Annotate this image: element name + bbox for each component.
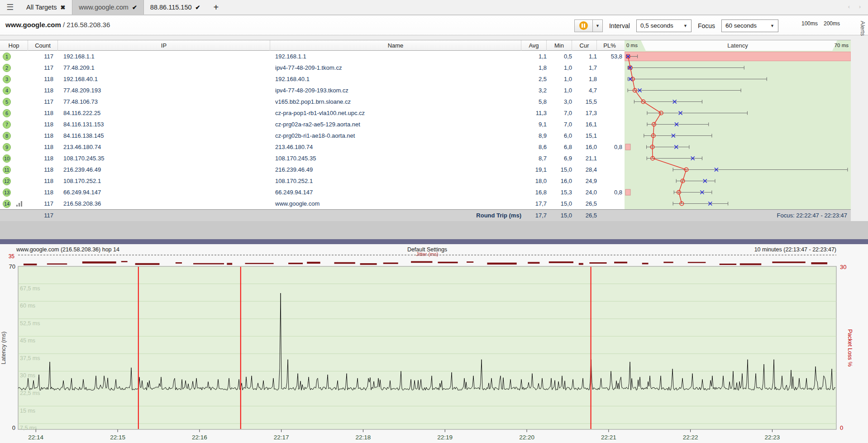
cell-ip: 84.116.131.153 [63,119,104,130]
column-header-avg[interactable]: Avg [521,40,547,51]
svg-text:22,5 ms: 22,5 ms [20,390,40,396]
svg-text:22:15: 22:15 [110,434,125,441]
cell-name: cz-prg02b-ri1-ae18-0.aorta.net [275,130,355,141]
timeline-graph[interactable]: www.google.com (216.58.208.36) hop 14Def… [0,244,868,443]
column-header-hop[interactable]: Hop [0,40,28,51]
tab-www-google-com[interactable]: www.google.com ✔ [72,0,144,14]
chevron-down-icon: ▼ [770,24,774,28]
cell-name: 213.46.180.74 [275,141,313,153]
cell-ip: 108.170.252.1 [63,175,101,187]
interval-select[interactable]: 0,5 seconds▼ [636,19,692,32]
cell-hop: 11 [0,164,28,175]
pane-splitter-handle[interactable] [0,239,868,244]
tab-88-86-115-150[interactable]: 88.86.115.150 ✔ [144,0,207,14]
svg-text:7,5 ms: 7,5 ms [20,425,37,431]
svg-text:10 minutes (22:13:47 - 22:23:4: 10 minutes (22:13:47 - 22:23:47) [754,246,836,253]
scale-red-segment [833,27,853,31]
pingplotter-window: { "tabs": { "items": [ { "label": "All T… [0,0,868,443]
cell-name: v165.bb2.pop1.brn.sloane.cz [275,96,351,107]
cell-hop: 6 [0,107,28,119]
column-header-name[interactable]: Name [270,40,521,51]
table-row[interactable]: 3118192.168.40.1192.168.40.12,51,01,8 [0,73,625,85]
cell-packet-loss: 53,8 [597,51,622,62]
svg-text:22:17: 22:17 [274,434,289,441]
cell-min: 7,0 [547,119,572,130]
cell-ip: 84.116.138.145 [63,130,104,141]
table-row[interactable]: 14117216.58.208.36www.google.com17,715,0… [0,198,625,209]
cell-avg: 1,8 [521,62,547,73]
footer-avg: 17,7 [521,210,547,221]
pause-dropdown-button[interactable]: ▼ [592,19,603,32]
tab-label: All Targets [26,4,57,11]
cell-cur: 17,3 [572,107,597,119]
hop-number-badge: 4 [3,87,11,95]
column-header-latency[interactable]: 0 ms Latency 70 ms [625,40,851,51]
cell-ip: 77.48.209.1 [63,62,95,73]
table-row[interactable]: 211777.48.209.1ipv4-77-48-209-1.tkom.cz1… [0,62,625,73]
column-header-count[interactable]: Count [28,40,58,51]
svg-text:35: 35 [9,253,15,260]
cell-min: 15,0 [547,198,572,209]
cell-hop: 2 [0,62,28,73]
column-header-cur[interactable]: Cur [572,40,597,51]
table-row[interactable]: 511777.48.106.73v165.bb2.pop1.brn.sloane… [0,96,625,107]
svg-text:22:18: 22:18 [356,434,371,441]
latency-header-title: Latency [625,40,851,51]
column-header-pl[interactable]: PL% [597,40,622,51]
trace-rows: 1117192.168.1.1192.168.1.11,10,51,153,82… [0,51,625,209]
column-header-min[interactable]: Min [547,40,572,51]
cell-name: 108.170.252.1 [275,175,313,187]
cell-min: 3,0 [547,96,572,107]
svg-text:22:19: 22:19 [437,434,453,441]
table-row[interactable]: 411877.48.209.193ipv4-77-48-209-193.tkom… [0,85,625,96]
tab-scroll-arrows[interactable]: ‹ › [848,3,864,10]
focus-select[interactable]: 60 seconds▼ [721,19,778,32]
table-row[interactable]: 1117192.168.1.1192.168.1.11,10,51,153,8 [0,51,625,62]
pause-button-group: ▼ [574,19,603,32]
menu-icon[interactable]: ☰ [0,0,20,14]
table-row[interactable]: 711884.116.131.153cz-prg02a-ra2-ae5-129.… [0,119,625,130]
cell-ip: 216.58.208.36 [63,198,101,209]
cell-hop: 14 [0,198,28,209]
cell-cur: 16,1 [572,119,597,130]
column-header-ip[interactable]: IP [58,40,270,51]
cell-count: 118 [28,187,53,198]
tab-all-targets[interactable]: All Targets ✖ [20,0,72,14]
cell-min: 16,0 [547,175,572,187]
cell-count: 118 [28,85,53,96]
table-row[interactable]: 10118108.170.245.35108.170.245.358,76,92… [0,153,625,164]
table-row[interactable]: 1311866.249.94.14766.249.94.14716,815,32… [0,187,625,198]
cell-avg: 16,8 [521,187,547,198]
table-row[interactable]: 611884.116.222.25cz-pra-pop1-rb1-vla100.… [0,107,625,119]
cell-avg: 19,1 [521,164,547,175]
close-icon[interactable]: ✖ [60,4,65,11]
table-row[interactable]: 11118216.239.46.49216.239.46.4919,115,02… [0,164,625,175]
cell-hop: 12 [0,175,28,187]
cell-count: 118 [28,153,53,164]
cell-name: www.google.com [275,198,320,209]
new-target-button[interactable]: + [207,0,225,14]
trace-table-header: Hop Count IP Name Avg Min Cur PL% 0 ms L… [0,40,851,51]
cell-count: 118 [28,175,53,187]
hop-number-badge: 11 [3,166,11,174]
cell-packet-loss: 0,8 [597,187,622,198]
cell-avg: 11,3 [521,107,547,119]
cell-count: 117 [28,198,53,209]
cell-avg: 8,7 [521,153,547,164]
check-icon: ✔ [196,4,200,11]
cell-name: 216.239.46.49 [275,164,313,175]
pause-button[interactable] [574,19,592,32]
target-ip: 216.58.208.36 [67,21,110,29]
cell-min: 1,0 [547,85,572,96]
alerts-panel-tab[interactable]: Alerts [857,15,868,42]
cell-ip: 192.168.1.1 [63,51,95,62]
scale-amber-segment [811,27,833,31]
svg-text:15 ms: 15 ms [20,408,35,414]
table-row[interactable]: 9118213.46.180.74213.46.180.748,66,816,0… [0,141,625,153]
table-row[interactable]: 811884.116.138.145cz-prg02b-ri1-ae18-0.a… [0,130,625,141]
interval-value: 0,5 seconds [640,22,673,29]
cell-min: 6,8 [547,141,572,153]
trace-table-footer: 117 Round Trip (ms) 17,7 15,0 26,5 Focus… [0,209,851,221]
table-row[interactable]: 12118108.170.252.1108.170.252.118,016,02… [0,175,625,187]
svg-text:0: 0 [12,424,15,431]
